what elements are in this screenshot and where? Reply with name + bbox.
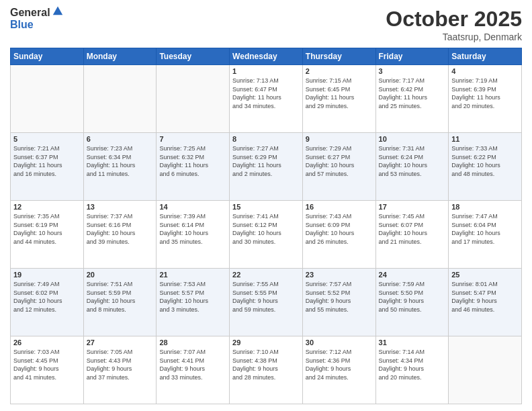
day-number: 7 (159, 135, 226, 143)
day-number: 28 (159, 338, 226, 347)
day-number: 11 (451, 135, 519, 143)
header-tuesday: Tuesday (157, 48, 230, 65)
day-number: 31 (379, 338, 446, 347)
logo-icon (52, 4, 64, 16)
day-info: Sunrise: 7:23 AMSunset: 6:34 PMDaylight:… (87, 144, 154, 178)
table-row: 15Sunrise: 7:41 AMSunset: 6:12 PMDayligh… (230, 201, 303, 269)
header-wednesday: Wednesday (230, 48, 303, 65)
table-row: 27Sunrise: 7:05 AMSunset: 4:43 PMDayligh… (83, 336, 157, 404)
logo-blue: Blue (10, 19, 64, 31)
day-number: 17 (379, 203, 446, 211)
table-row: 18Sunrise: 7:47 AMSunset: 6:04 PMDayligh… (449, 201, 522, 269)
day-info: Sunrise: 7:05 AMSunset: 4:43 PMDaylight:… (87, 348, 154, 381)
day-info: Sunrise: 7:31 AMSunset: 6:24 PMDaylight:… (379, 144, 446, 178)
day-info: Sunrise: 7:59 AMSunset: 5:50 PMDaylight:… (379, 280, 446, 314)
day-info: Sunrise: 7:21 AMSunset: 6:37 PMDaylight:… (13, 144, 81, 178)
day-number: 22 (232, 271, 300, 279)
table-row (83, 65, 157, 133)
day-info: Sunrise: 7:55 AMSunset: 5:55 PMDaylight:… (232, 280, 300, 314)
day-number: 9 (306, 135, 373, 143)
table-row: 22Sunrise: 7:55 AMSunset: 5:55 PMDayligh… (230, 269, 303, 336)
day-info: Sunrise: 7:51 AMSunset: 5:59 PMDaylight:… (87, 280, 154, 314)
table-row: 28Sunrise: 7:07 AMSunset: 4:41 PMDayligh… (157, 336, 230, 404)
table-row: 3Sunrise: 7:17 AMSunset: 6:42 PMDaylight… (375, 65, 449, 133)
table-row: 29Sunrise: 7:10 AMSunset: 4:38 PMDayligh… (230, 336, 303, 404)
header-saturday: Saturday (449, 48, 522, 65)
day-number: 20 (87, 271, 154, 279)
day-number: 4 (451, 67, 519, 75)
table-row: 19Sunrise: 7:49 AMSunset: 6:02 PMDayligh… (11, 269, 84, 336)
day-number: 16 (306, 203, 373, 211)
day-info: Sunrise: 7:13 AMSunset: 6:47 PMDaylight:… (232, 77, 300, 110)
day-number: 19 (13, 271, 81, 279)
day-number: 23 (306, 271, 373, 279)
day-info: Sunrise: 7:39 AMSunset: 6:14 PMDaylight:… (159, 212, 226, 246)
day-number: 30 (306, 338, 373, 347)
day-info: Sunrise: 7:47 AMSunset: 6:04 PMDaylight:… (451, 212, 519, 246)
table-row: 1Sunrise: 7:13 AMSunset: 6:47 PMDaylight… (230, 65, 303, 133)
table-row: 26Sunrise: 7:03 AMSunset: 4:45 PMDayligh… (11, 336, 84, 404)
table-row: 8Sunrise: 7:27 AMSunset: 6:29 PMDaylight… (230, 133, 303, 201)
table-row: 31Sunrise: 7:14 AMSunset: 4:34 PMDayligh… (375, 336, 449, 404)
day-info: Sunrise: 7:19 AMSunset: 6:39 PMDaylight:… (451, 77, 519, 110)
logo-text: General Blue (10, 7, 64, 30)
table-row: 16Sunrise: 7:43 AMSunset: 6:09 PMDayligh… (302, 201, 375, 269)
day-info: Sunrise: 7:43 AMSunset: 6:09 PMDaylight:… (306, 212, 373, 246)
header-thursday: Thursday (302, 48, 375, 65)
table-row: 24Sunrise: 7:59 AMSunset: 5:50 PMDayligh… (375, 269, 449, 336)
table-row (449, 336, 522, 404)
day-number: 13 (87, 203, 154, 211)
day-number: 14 (159, 203, 226, 211)
day-info: Sunrise: 7:17 AMSunset: 6:42 PMDaylight:… (379, 77, 446, 110)
day-info: Sunrise: 7:10 AMSunset: 4:38 PMDaylight:… (232, 348, 300, 381)
calendar-header-row: Sunday Monday Tuesday Wednesday Thursday… (11, 48, 522, 65)
day-number: 12 (13, 203, 81, 211)
day-info: Sunrise: 7:35 AMSunset: 6:19 PMDaylight:… (13, 212, 81, 246)
table-row: 30Sunrise: 7:12 AMSunset: 4:36 PMDayligh… (302, 336, 375, 404)
logo: General Blue (10, 7, 64, 30)
table-row: 20Sunrise: 7:51 AMSunset: 5:59 PMDayligh… (83, 269, 157, 336)
table-row: 11Sunrise: 7:33 AMSunset: 6:22 PMDayligh… (449, 133, 522, 201)
header-friday: Friday (375, 48, 449, 65)
svg-marker-0 (52, 6, 62, 15)
logo-general: General (10, 7, 50, 19)
day-info: Sunrise: 7:07 AMSunset: 4:41 PMDaylight:… (159, 348, 226, 381)
day-info: Sunrise: 7:49 AMSunset: 6:02 PMDaylight:… (13, 280, 81, 314)
day-number: 8 (232, 135, 300, 143)
day-number: 21 (159, 271, 226, 279)
table-row: 2Sunrise: 7:15 AMSunset: 6:45 PMDaylight… (302, 65, 375, 133)
title-block: October 2025 Taatsrup, Denmark (386, 7, 522, 42)
day-number: 26 (13, 338, 81, 347)
day-info: Sunrise: 7:33 AMSunset: 6:22 PMDaylight:… (451, 144, 519, 178)
day-number: 3 (379, 67, 446, 75)
day-info: Sunrise: 8:01 AMSunset: 5:47 PMDaylight:… (451, 280, 519, 314)
title-location: Taatsrup, Denmark (386, 32, 522, 42)
day-info: Sunrise: 7:14 AMSunset: 4:34 PMDaylight:… (379, 348, 446, 381)
day-info: Sunrise: 7:57 AMSunset: 5:52 PMDaylight:… (306, 280, 373, 314)
day-info: Sunrise: 7:12 AMSunset: 4:36 PMDaylight:… (306, 348, 373, 381)
header-monday: Monday (83, 48, 157, 65)
table-row: 21Sunrise: 7:53 AMSunset: 5:57 PMDayligh… (157, 269, 230, 336)
table-row: 23Sunrise: 7:57 AMSunset: 5:52 PMDayligh… (302, 269, 375, 336)
table-row: 6Sunrise: 7:23 AMSunset: 6:34 PMDaylight… (83, 133, 157, 201)
day-info: Sunrise: 7:45 AMSunset: 6:07 PMDaylight:… (379, 212, 446, 246)
table-row: 12Sunrise: 7:35 AMSunset: 6:19 PMDayligh… (11, 201, 84, 269)
day-number: 6 (87, 135, 154, 143)
day-number: 18 (451, 203, 519, 211)
table-row: 7Sunrise: 7:25 AMSunset: 6:32 PMDaylight… (157, 133, 230, 201)
table-row: 10Sunrise: 7:31 AMSunset: 6:24 PMDayligh… (375, 133, 449, 201)
table-row (11, 65, 84, 133)
table-row: 5Sunrise: 7:21 AMSunset: 6:37 PMDaylight… (11, 133, 84, 201)
day-info: Sunrise: 7:37 AMSunset: 6:16 PMDaylight:… (87, 212, 154, 246)
table-row: 13Sunrise: 7:37 AMSunset: 6:16 PMDayligh… (83, 201, 157, 269)
day-number: 25 (451, 271, 519, 279)
day-number: 2 (306, 67, 373, 75)
day-info: Sunrise: 7:27 AMSunset: 6:29 PMDaylight:… (232, 144, 300, 178)
day-info: Sunrise: 7:29 AMSunset: 6:27 PMDaylight:… (306, 144, 373, 178)
day-number: 24 (379, 271, 446, 279)
title-month: October 2025 (386, 7, 522, 32)
day-number: 1 (232, 67, 300, 75)
day-number: 5 (13, 135, 81, 143)
day-info: Sunrise: 7:15 AMSunset: 6:45 PMDaylight:… (306, 77, 373, 110)
day-info: Sunrise: 7:03 AMSunset: 4:45 PMDaylight:… (13, 348, 81, 381)
